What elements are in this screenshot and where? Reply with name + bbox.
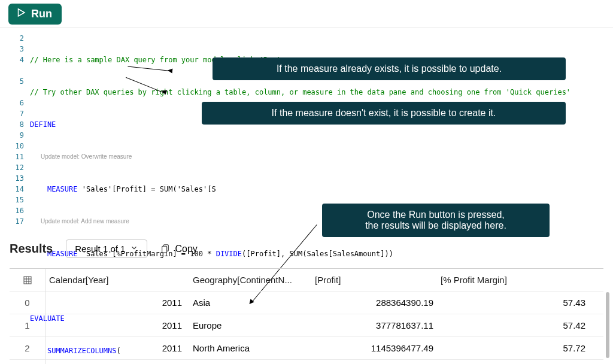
callout-update-measure: If the measure already exists, it is pos… <box>213 57 566 80</box>
callout-create-measure: If the measure doesn't exist, it is poss… <box>202 102 566 125</box>
scrollbar[interactable] <box>606 292 609 358</box>
table-row[interactable]: 0 2011 Asia 288364390.19 57.43 <box>10 292 603 314</box>
code-token: ([Profit], SUM(Sales[SalesAmount])) <box>242 250 393 258</box>
code-line: DEFINE <box>30 120 56 129</box>
cell: 57.72 <box>441 343 603 353</box>
cell: 288364390.19 <box>315 298 441 308</box>
result-selector-label: Result 1 of 1 <box>75 244 125 254</box>
copy-label: Copy <box>175 244 197 254</box>
code-token: MEASURE <box>47 185 82 193</box>
code-token: 'Sales'[Profit] = SUM('Sales'[S <box>82 185 216 193</box>
line-gutter: 2 3 4 5 6 7 8 9 10 11 12 13 14 15 16 17 <box>0 28 30 219</box>
cell: 2011 <box>45 298 189 308</box>
callout-run-results: Once the Run button is pressed, the resu… <box>322 204 550 237</box>
row-index: 0 <box>10 292 45 314</box>
cell: 57.42 <box>441 320 603 330</box>
copy-button[interactable]: Copy <box>160 242 197 256</box>
row-index: 2 <box>10 337 45 360</box>
chevron-down-icon <box>130 244 138 254</box>
run-button[interactable]: Run <box>8 4 62 25</box>
col-header-continent[interactable]: Geography[ContinentN... <box>189 275 315 285</box>
cell: 2011 <box>45 320 189 330</box>
results-table: Calendar[Year] Geography[ContinentN... [… <box>10 268 603 364</box>
cell: Asia <box>189 298 315 308</box>
cell: 2011 <box>45 343 189 353</box>
play-icon <box>16 7 26 21</box>
row-index: 3 <box>10 360 45 365</box>
table-row[interactable]: 2 2011 North America 1145396477.49 57.72 <box>10 337 603 360</box>
codelens-overwrite[interactable]: Update model: Overwrite measure <box>30 151 613 162</box>
run-label: Run <box>31 8 52 20</box>
cell: 1145396477.49 <box>315 343 441 353</box>
callout-line: Once the Run button is pressed, <box>367 210 504 220</box>
cell: Europe <box>189 320 315 330</box>
cell: 377781637.11 <box>315 320 441 330</box>
col-header-profit[interactable]: [Profit] <box>315 275 441 285</box>
col-header-year[interactable]: Calendar[Year] <box>45 275 189 285</box>
result-selector[interactable]: Result 1 of 1 <box>66 239 147 258</box>
row-index: 1 <box>10 314 45 337</box>
code-token: DIVIDE <box>216 250 242 258</box>
cell: 57.43 <box>441 298 603 308</box>
grid-icon <box>10 269 45 292</box>
copy-icon <box>160 242 170 256</box>
svg-marker-0 <box>19 9 25 16</box>
code-line: // Try other DAX queries by right clicki… <box>30 88 570 96</box>
svg-rect-3 <box>24 277 31 284</box>
col-header-margin[interactable]: [% Profit Margin] <box>441 275 603 285</box>
callout-line: the results will be displayed here. <box>365 220 506 230</box>
table-row[interactable]: 3 2012 Asia 346350702.83 57.47 <box>10 360 603 364</box>
results-label: Results <box>10 242 53 256</box>
cell: North America <box>189 343 315 353</box>
table-header-row: Calendar[Year] Geography[ContinentN... [… <box>10 269 603 292</box>
svg-rect-2 <box>162 246 167 253</box>
table-row[interactable]: 1 2011 Europe 377781637.11 57.42 <box>10 314 603 337</box>
